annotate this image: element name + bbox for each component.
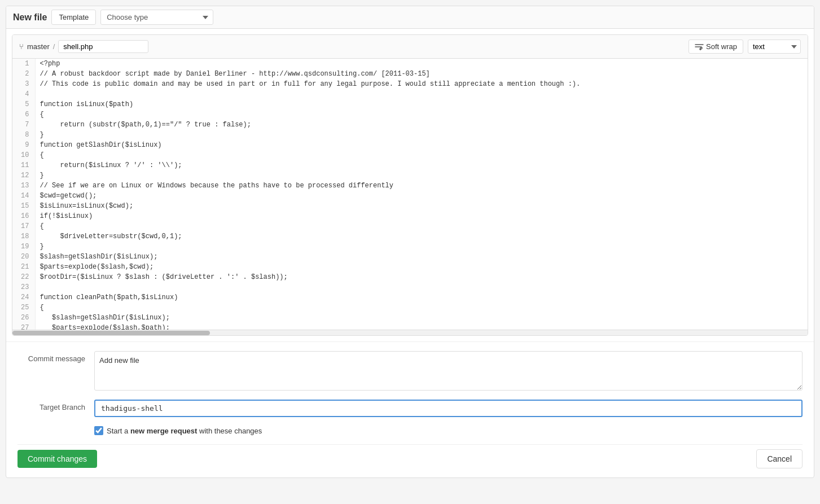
merge-request-row: Start a new merge request with these cha… — [94, 426, 803, 435]
line-content: $driveLetter=substr($cwd,0,1); — [35, 231, 808, 242]
line-number: 4 — [12, 89, 35, 99]
table-row: 4 — [12, 89, 808, 99]
line-number: 8 — [12, 130, 35, 140]
line-number: 3 — [12, 79, 35, 89]
line-content: function isLinux($path) — [35, 99, 808, 109]
table-row: 23 — [12, 282, 808, 292]
scrollbar-thumb — [12, 331, 210, 335]
line-content: $slash=getSlashDir($isLinux); — [35, 252, 808, 262]
table-row: 1<?php — [12, 59, 808, 69]
line-content: $parts=explode($slash,$path); — [35, 323, 808, 330]
line-number: 24 — [12, 292, 35, 303]
template-button[interactable]: Template — [51, 10, 96, 25]
table-row: 17{ — [12, 221, 808, 231]
table-row: 27 $parts=explode($slash,$path); — [12, 323, 808, 330]
editor-toolbar-right: Soft wrap textyamljsonmarkdownrubyjavasc… — [689, 40, 801, 54]
line-content: // A robust backdoor script made by Dani… — [35, 69, 808, 79]
text-mode-select[interactable]: textyamljsonmarkdownrubyjavascript — [748, 40, 801, 54]
page-wrapper: New file Template Choose typeRubyJavaScr… — [6, 6, 814, 478]
line-number: 12 — [12, 170, 35, 181]
commit-message-textarea[interactable]: Add new file — [94, 351, 803, 391]
branch-input[interactable] — [94, 400, 803, 417]
table-row: 26 $slash=getSlashDir($isLinux); — [12, 313, 808, 323]
line-number: 6 — [12, 109, 35, 120]
table-row: 18 $driveLetter=substr($cwd,0,1); — [12, 231, 808, 242]
line-content — [35, 89, 808, 99]
table-row: 14$cwd=getcwd(); — [12, 191, 808, 201]
commit-message-row: Commit message Add new file — [17, 351, 803, 391]
page-title: New file — [13, 12, 47, 23]
line-content: } — [35, 170, 808, 181]
table-row: 8} — [12, 130, 808, 140]
line-number: 27 — [12, 323, 35, 330]
soft-wrap-button[interactable]: Soft wrap — [689, 40, 743, 54]
line-number: 17 — [12, 221, 35, 231]
line-content: $rootDir=($isLinux ? $slash : ($driveLet… — [35, 272, 808, 282]
table-row: 6{ — [12, 109, 808, 120]
line-number: 7 — [12, 120, 35, 130]
line-content: { — [35, 221, 808, 231]
table-row: 7 return (substr($path,0,1)=="/" ? true … — [12, 120, 808, 130]
table-row: 20$slash=getSlashDir($isLinux); — [12, 252, 808, 262]
line-number: 19 — [12, 242, 35, 252]
table-row: 9function getSlashDir($isLinux) — [12, 140, 808, 150]
table-row: 10{ — [12, 150, 808, 160]
branch-name: master — [27, 42, 50, 51]
soft-wrap-label: Soft wrap — [706, 42, 737, 51]
filename-input[interactable] — [58, 40, 148, 53]
table-row: 21$parts=explode($slash,$cwd); — [12, 262, 808, 272]
code-editor[interactable]: 1<?php2// A robust backdoor script made … — [12, 59, 808, 330]
table-row: 13// See if we are on Linux or Windows b… — [12, 181, 808, 191]
line-number: 16 — [12, 211, 35, 221]
line-number: 9 — [12, 140, 35, 150]
line-number: 25 — [12, 303, 35, 313]
line-number: 14 — [12, 191, 35, 201]
commit-message-label: Commit message — [17, 351, 85, 363]
line-number: 5 — [12, 99, 35, 109]
line-number: 1 — [12, 59, 35, 69]
line-content: // This code is public domain and may be… — [35, 79, 808, 89]
table-row: 15$isLinux=isLinux($cwd); — [12, 201, 808, 211]
horizontal-scrollbar[interactable] — [12, 330, 808, 335]
line-content: $cwd=getcwd(); — [35, 191, 808, 201]
path-separator: / — [53, 42, 55, 51]
code-table: 1<?php2// A robust backdoor script made … — [12, 59, 808, 330]
editor-container: ⑂ master / Soft wrap textyamljsonmarkdow… — [12, 34, 808, 336]
line-number: 21 — [12, 262, 35, 272]
line-number: 26 — [12, 313, 35, 323]
table-row: 24function cleanPath($path,$isLinux) — [12, 292, 808, 303]
line-content: $parts=explode($slash,$cwd); — [35, 262, 808, 272]
branch-icon: ⑂ — [19, 42, 24, 51]
table-row: 2// A robust backdoor script made by Dan… — [12, 69, 808, 79]
wrap-icon — [695, 43, 704, 50]
header-bar: New file Template Choose typeRubyJavaScr… — [6, 6, 814, 29]
line-content: return($isLinux ? '/' : '\\'); — [35, 160, 808, 170]
editor-toolbar: ⑂ master / Soft wrap textyamljsonmarkdow… — [12, 35, 808, 59]
table-row: 19} — [12, 242, 808, 252]
table-row: 16if(!$isLinux) — [12, 211, 808, 221]
table-row: 5function isLinux($path) — [12, 99, 808, 109]
line-number: 15 — [12, 201, 35, 211]
line-content: $isLinux=isLinux($cwd); — [35, 201, 808, 211]
table-row: 11 return($isLinux ? '/' : '\\'); — [12, 160, 808, 170]
line-number: 22 — [12, 272, 35, 282]
line-number: 2 — [12, 69, 35, 79]
line-number: 18 — [12, 231, 35, 242]
line-content: // See if we are on Linux or Windows bec… — [35, 181, 808, 191]
table-row: 25{ — [12, 303, 808, 313]
actions-row: Commit changes Cancel — [17, 444, 803, 468]
line-content — [35, 282, 808, 292]
line-content: <?php — [35, 59, 808, 69]
commit-section: Commit message Add new file Target Branc… — [6, 341, 814, 477]
line-number: 23 — [12, 282, 35, 292]
choose-type-select[interactable]: Choose typeRubyJavaScriptPythonPHPHTML — [100, 10, 213, 25]
commit-changes-button[interactable]: Commit changes — [17, 450, 97, 468]
line-content: { — [35, 150, 808, 160]
table-row: 22$rootDir=($isLinux ? $slash : ($driveL… — [12, 272, 808, 282]
line-content: { — [35, 109, 808, 120]
merge-request-checkbox[interactable] — [94, 426, 103, 435]
cancel-button[interactable]: Cancel — [756, 449, 803, 468]
target-branch-label: Target Branch — [17, 400, 85, 411]
line-number: 13 — [12, 181, 35, 191]
line-content: if(!$isLinux) — [35, 211, 808, 221]
